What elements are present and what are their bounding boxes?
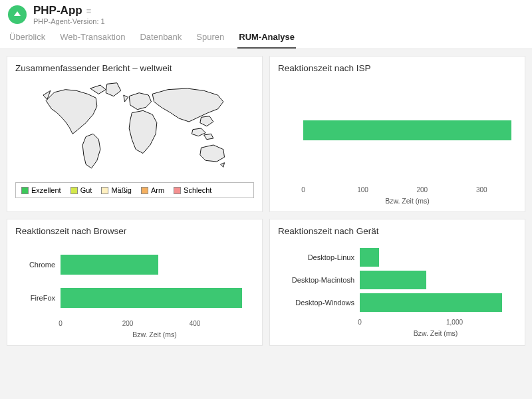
axis-device: 0 1,000 Bzw. Zeit (ms): [360, 319, 511, 337]
legend-label: Arm: [151, 186, 164, 194]
axis-label: Bzw. Zeit (ms): [360, 329, 511, 337]
panel-isp: Reaktionszeit nach ISP 0 100 200 300 Bzw…: [269, 56, 525, 212]
bar-row: Desktop-Linux: [283, 248, 511, 267]
title-block: PHP-App ≡ PHP-Agent-Version: 1: [33, 4, 105, 25]
tick: 200: [122, 320, 134, 327]
bar-windows: [360, 293, 502, 312]
legend-excellent: Exzellent: [21, 186, 61, 194]
panel-summary: Zusammenfassender Bericht – weltweit: [7, 56, 263, 212]
bar-row: Desktop-Macintosh: [283, 271, 511, 289]
tick: 0: [358, 319, 362, 326]
map-legend: Exzellent Gut Mäßig Arm Schlecht: [15, 182, 254, 198]
tab-rum-analysis[interactable]: RUM-Analyse: [237, 29, 296, 49]
bar-label: FireFox: [21, 294, 61, 302]
legend-poor: Arm: [141, 186, 164, 194]
bar-linux: [360, 248, 379, 267]
panel-browser: Reaktionszeit nach Browser Chrome FireFo…: [7, 219, 263, 346]
panel-summary-title: Zusammenfassender Bericht – weltweit: [15, 63, 254, 73]
header: PHP-App ≡ PHP-Agent-Version: 1 Überblick…: [0, 0, 532, 49]
bar-label: Chrome: [21, 261, 61, 269]
legend-good: Gut: [70, 186, 92, 194]
legend-label: Mäßig: [111, 186, 132, 194]
tab-web-transaction[interactable]: Web-Transaktion: [59, 29, 126, 49]
bar-isp: [303, 120, 511, 140]
tab-traces[interactable]: Spuren: [195, 29, 225, 49]
tabs: Überblick Web-Transaktion Datenbank Spur…: [8, 29, 524, 49]
chart-browser: Chrome FireFox 0 200 400 Bzw. Zeit (ms): [15, 241, 254, 338]
tick: 0: [59, 320, 63, 327]
dashboard-grid: Zusammenfassender Bericht – weltweit: [0, 49, 532, 352]
axis-label: Bzw. Zeit (ms): [61, 331, 249, 338]
tab-overview[interactable]: Überblick: [8, 29, 47, 49]
world-map[interactable]: [15, 78, 254, 178]
bar-label: Desktop-Windows: [283, 299, 360, 307]
chart-device: Desktop-Linux Desktop-Macintosh Desktop-…: [278, 241, 517, 337]
panel-browser-title: Reaktionszeit nach Browser: [15, 226, 254, 236]
tab-database[interactable]: Datenbank: [138, 29, 183, 49]
bar-firefox: [61, 288, 242, 308]
menu-icon[interactable]: ≡: [86, 6, 92, 16]
tick: 1,000: [446, 319, 463, 326]
legend-label: Gut: [80, 186, 92, 194]
bar-chrome: [61, 255, 158, 275]
tick: 400: [190, 320, 201, 327]
bar-row: Desktop-Windows: [283, 293, 511, 312]
legend-label: Schlecht: [184, 186, 211, 194]
panel-device-title: Reaktionszeit nach Gerät: [278, 226, 517, 236]
legend-bad: Schlecht: [174, 186, 211, 194]
tick: 300: [476, 186, 487, 194]
status-up-icon: [8, 5, 27, 24]
legend-moderate: Mäßig: [101, 186, 132, 194]
panel-isp-title: Reaktionszeit nach ISP: [278, 63, 517, 73]
tick: 0: [301, 186, 305, 194]
bar-row: [283, 120, 511, 140]
header-top: PHP-App ≡ PHP-Agent-Version: 1: [8, 4, 524, 25]
tick: 200: [416, 186, 428, 194]
bar-row: FireFox: [21, 288, 249, 308]
bar-row: Chrome: [21, 255, 249, 275]
axis-isp: 0 100 200 300 Bzw. Zeit (ms): [303, 186, 511, 205]
chart-isp: 0 100 200 300 Bzw. Zeit (ms): [278, 78, 517, 205]
bar-label: Desktop-Macintosh: [283, 276, 360, 284]
app-title: PHP-App: [33, 4, 82, 17]
bar-label: Desktop-Linux: [283, 253, 360, 261]
axis-browser: 0 200 400 Bzw. Zeit (ms): [61, 320, 249, 338]
legend-label: Exzellent: [31, 186, 61, 194]
panel-device: Reaktionszeit nach Gerät Desktop-Linux D…: [269, 219, 525, 346]
axis-label: Bzw. Zeit (ms): [303, 197, 511, 205]
bar-macintosh: [360, 271, 426, 289]
app-subtitle: PHP-Agent-Version: 1: [33, 17, 105, 25]
tick: 100: [357, 186, 368, 194]
